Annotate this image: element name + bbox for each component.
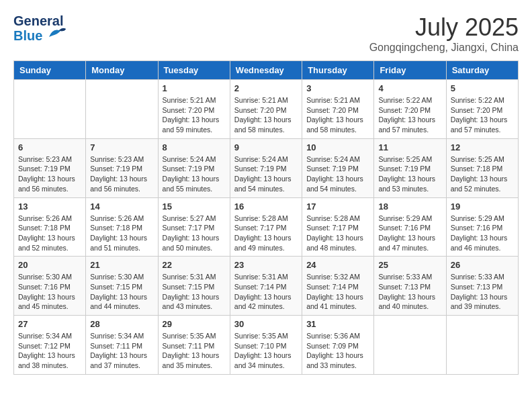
sunrise-text: Sunrise: 5:21 AM <box>306 96 360 104</box>
day-number: 22 <box>163 260 226 270</box>
day-info: Sunrise: 5:32 AM Sunset: 7:14 PM Dayligh… <box>306 272 369 312</box>
day-number: 16 <box>234 201 298 212</box>
sunrise-text: Sunrise: 5:25 AM <box>378 155 432 163</box>
day-info: Sunrise: 5:31 AM Sunset: 7:14 PM Dayligh… <box>234 272 298 312</box>
calendar-week-row: 1 Sunrise: 5:21 AM Sunset: 7:20 PM Dayli… <box>14 80 519 139</box>
day-info: Sunrise: 5:25 AM Sunset: 7:18 PM Dayligh… <box>451 154 514 194</box>
daylight-text: Daylight: 13 hours and 37 minutes. <box>90 351 147 369</box>
day-info: Sunrise: 5:34 AM Sunset: 7:12 PM Dayligh… <box>18 331 81 371</box>
calendar-cell: 11 Sunrise: 5:25 AM Sunset: 7:19 PM Dayl… <box>374 138 446 197</box>
day-number: 17 <box>306 201 369 212</box>
day-number: 19 <box>451 201 514 212</box>
calendar-cell: 13 Sunrise: 5:26 AM Sunset: 7:18 PM Dayl… <box>14 197 86 257</box>
day-info: Sunrise: 5:23 AM Sunset: 7:19 PM Dayligh… <box>90 154 153 194</box>
location-subtitle: Gongqingcheng, Jiangxi, China <box>369 42 519 54</box>
sunrise-text: Sunrise: 5:25 AM <box>451 155 504 163</box>
page-header: General Blue July 2025 Gongqingcheng, Ji… <box>13 13 519 54</box>
sunrise-text: Sunrise: 5:28 AM <box>306 214 360 222</box>
calendar-cell: 7 Sunrise: 5:23 AM Sunset: 7:19 PM Dayli… <box>86 138 158 197</box>
logo: General Blue <box>13 13 69 43</box>
title-section: July 2025 Gongqingcheng, Jiangxi, China <box>369 13 519 54</box>
day-info: Sunrise: 5:30 AM Sunset: 7:15 PM Dayligh… <box>90 272 153 312</box>
day-number: 1 <box>163 83 226 93</box>
calendar-cell: 28 Sunrise: 5:34 AM Sunset: 7:11 PM Dayl… <box>86 316 158 375</box>
day-info: Sunrise: 5:24 AM Sunset: 7:19 PM Dayligh… <box>306 154 369 194</box>
day-info: Sunrise: 5:31 AM Sunset: 7:15 PM Dayligh… <box>163 272 226 312</box>
calendar-cell: 8 Sunrise: 5:24 AM Sunset: 7:19 PM Dayli… <box>158 138 230 197</box>
calendar-cell: 21 Sunrise: 5:30 AM Sunset: 7:15 PM Dayl… <box>86 257 158 316</box>
day-info: Sunrise: 5:24 AM Sunset: 7:19 PM Dayligh… <box>234 154 298 194</box>
sunset-text: Sunset: 7:16 PM <box>451 224 503 232</box>
sunset-text: Sunset: 7:11 PM <box>163 342 215 350</box>
calendar-cell: 4 Sunrise: 5:22 AM Sunset: 7:20 PM Dayli… <box>374 80 446 139</box>
day-info: Sunrise: 5:27 AM Sunset: 7:17 PM Dayligh… <box>163 214 226 253</box>
sunset-text: Sunset: 7:18 PM <box>451 165 503 173</box>
sunrise-text: Sunrise: 5:24 AM <box>234 155 288 163</box>
daylight-text: Daylight: 13 hours and 46 minutes. <box>451 234 508 252</box>
day-info: Sunrise: 5:21 AM Sunset: 7:20 PM Dayligh… <box>163 95 226 135</box>
calendar-cell: 9 Sunrise: 5:24 AM Sunset: 7:19 PM Dayli… <box>230 138 302 197</box>
day-info: Sunrise: 5:28 AM Sunset: 7:17 PM Dayligh… <box>234 214 298 253</box>
calendar-cell: 27 Sunrise: 5:34 AM Sunset: 7:12 PM Dayl… <box>14 316 86 375</box>
sunset-text: Sunset: 7:19 PM <box>163 165 215 173</box>
sunrise-text: Sunrise: 5:21 AM <box>234 96 288 104</box>
sunset-text: Sunset: 7:11 PM <box>90 342 142 350</box>
daylight-text: Daylight: 13 hours and 54 minutes. <box>306 175 363 193</box>
calendar-cell: 23 Sunrise: 5:31 AM Sunset: 7:14 PM Dayl… <box>230 257 302 316</box>
sunrise-text: Sunrise: 5:27 AM <box>163 214 216 222</box>
sunset-text: Sunset: 7:19 PM <box>90 165 142 173</box>
sunset-text: Sunset: 7:14 PM <box>234 283 287 291</box>
day-number: 27 <box>18 319 81 329</box>
day-info: Sunrise: 5:36 AM Sunset: 7:09 PM Dayligh… <box>306 331 369 371</box>
sunrise-text: Sunrise: 5:33 AM <box>378 273 432 281</box>
calendar-week-row: 27 Sunrise: 5:34 AM Sunset: 7:12 PM Dayl… <box>14 316 519 375</box>
month-year-title: July 2025 <box>369 13 519 42</box>
calendar-cell: 3 Sunrise: 5:21 AM Sunset: 7:20 PM Dayli… <box>302 80 374 139</box>
day-number: 29 <box>163 319 226 329</box>
daylight-text: Daylight: 13 hours and 56 minutes. <box>18 175 75 193</box>
weekday-header: Friday <box>374 61 446 80</box>
day-info: Sunrise: 5:35 AM Sunset: 7:11 PM Dayligh… <box>163 331 226 371</box>
daylight-text: Daylight: 13 hours and 57 minutes. <box>378 116 435 134</box>
daylight-text: Daylight: 13 hours and 53 minutes. <box>378 175 435 193</box>
sunrise-text: Sunrise: 5:24 AM <box>163 155 216 163</box>
day-number: 11 <box>378 142 441 152</box>
calendar-cell: 17 Sunrise: 5:28 AM Sunset: 7:17 PM Dayl… <box>302 197 374 257</box>
sunset-text: Sunset: 7:16 PM <box>18 283 71 291</box>
calendar-cell: 1 Sunrise: 5:21 AM Sunset: 7:20 PM Dayli… <box>158 80 230 139</box>
sunset-text: Sunset: 7:16 PM <box>378 224 431 232</box>
daylight-text: Daylight: 13 hours and 52 minutes. <box>451 175 508 193</box>
day-info: Sunrise: 5:22 AM Sunset: 7:20 PM Dayligh… <box>378 95 441 135</box>
sunrise-text: Sunrise: 5:22 AM <box>378 96 432 104</box>
weekday-header: Monday <box>86 61 158 80</box>
daylight-text: Daylight: 13 hours and 38 minutes. <box>18 351 75 369</box>
sunset-text: Sunset: 7:19 PM <box>378 165 431 173</box>
daylight-text: Daylight: 13 hours and 45 minutes. <box>18 293 75 311</box>
sunrise-text: Sunrise: 5:35 AM <box>234 332 288 340</box>
day-info: Sunrise: 5:34 AM Sunset: 7:11 PM Dayligh… <box>90 331 153 371</box>
sunset-text: Sunset: 7:18 PM <box>90 224 142 232</box>
daylight-text: Daylight: 13 hours and 39 minutes. <box>451 293 508 311</box>
day-info: Sunrise: 5:33 AM Sunset: 7:13 PM Dayligh… <box>378 272 441 312</box>
daylight-text: Daylight: 13 hours and 50 minutes. <box>163 234 220 252</box>
day-number: 5 <box>451 83 514 93</box>
calendar-cell: 30 Sunrise: 5:35 AM Sunset: 7:10 PM Dayl… <box>230 316 302 375</box>
daylight-text: Daylight: 13 hours and 56 minutes. <box>90 175 147 193</box>
logo-name: General Blue <box>13 13 69 43</box>
calendar-week-row: 13 Sunrise: 5:26 AM Sunset: 7:18 PM Dayl… <box>14 197 519 257</box>
sunset-text: Sunset: 7:14 PM <box>306 283 359 291</box>
calendar-week-row: 6 Sunrise: 5:23 AM Sunset: 7:19 PM Dayli… <box>14 138 519 197</box>
day-info: Sunrise: 5:30 AM Sunset: 7:16 PM Dayligh… <box>18 272 81 312</box>
sunset-text: Sunset: 7:17 PM <box>234 224 287 232</box>
sunrise-text: Sunrise: 5:28 AM <box>234 214 288 222</box>
day-number: 24 <box>306 260 369 270</box>
sunset-text: Sunset: 7:18 PM <box>18 224 71 232</box>
calendar-cell: 22 Sunrise: 5:31 AM Sunset: 7:15 PM Dayl… <box>158 257 230 316</box>
sunrise-text: Sunrise: 5:29 AM <box>378 214 432 222</box>
weekday-header: Thursday <box>302 61 374 80</box>
calendar-cell: 2 Sunrise: 5:21 AM Sunset: 7:20 PM Dayli… <box>230 80 302 139</box>
calendar-cell: 26 Sunrise: 5:33 AM Sunset: 7:13 PM Dayl… <box>446 257 518 316</box>
daylight-text: Daylight: 13 hours and 52 minutes. <box>18 234 75 252</box>
calendar-cell <box>374 316 446 375</box>
sunrise-text: Sunrise: 5:23 AM <box>18 155 72 163</box>
